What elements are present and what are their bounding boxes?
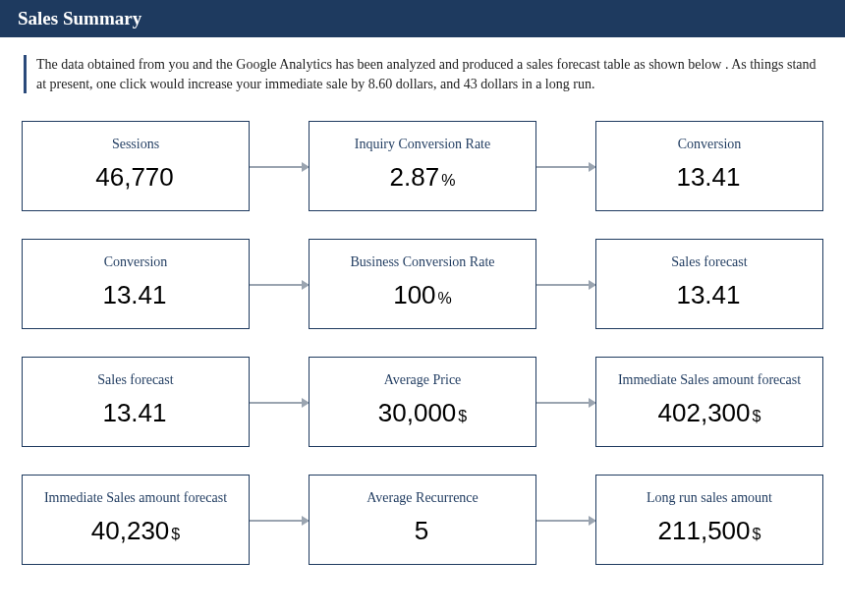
card-inquiry-conversion-rate: Inquiry Conversion Rate 2.87% xyxy=(309,121,536,211)
card-value-unit: $ xyxy=(753,408,761,425)
card-sessions: Sessions 46,770 xyxy=(22,121,250,211)
card-average-recurrence: Average Recurrence 5 xyxy=(309,475,536,565)
card-immediate-sales-forecast: Immediate Sales amount forecast 402,300$ xyxy=(595,357,823,447)
card-title: Business Conversion Rate xyxy=(315,254,530,270)
card-title: Average Recurrence xyxy=(315,490,530,506)
card-value-number: 40,230 xyxy=(91,516,170,546)
card-conversion: Conversion 13.41 xyxy=(595,121,823,211)
card-value: 5 xyxy=(315,516,530,546)
card-value-number: 13.41 xyxy=(102,398,166,428)
card-value-number: 13.41 xyxy=(102,280,166,310)
summary-description: The data obtained from you and the Googl… xyxy=(24,55,825,93)
card-sales-forecast: Sales forecast 13.41 xyxy=(595,239,823,329)
card-business-conversion-rate: Business Conversion Rate 100% xyxy=(309,239,536,329)
card-value-number: 46,770 xyxy=(95,162,174,193)
card-title: Sessions xyxy=(28,137,243,152)
page-title: Sales Summary xyxy=(18,8,141,28)
card-value: 40,230 $ xyxy=(28,516,243,546)
card-value: 211,500$ xyxy=(602,516,817,546)
card-value: 13.41 xyxy=(28,398,243,428)
card-value-unit: $ xyxy=(753,526,761,543)
card-value-number: 30,000 xyxy=(378,398,457,428)
card-value-unit: $ xyxy=(458,408,467,425)
card-value: 100% xyxy=(315,280,530,310)
card-value-number: 13.41 xyxy=(676,162,740,193)
card-title: Sales forecast xyxy=(28,372,243,388)
card-value-unit: $ xyxy=(171,526,180,543)
card-value-number: 2.87 xyxy=(390,162,440,193)
card-title: Average Price xyxy=(315,372,530,388)
card-title: Sales forecast xyxy=(602,254,817,270)
card-title: Long run sales amount xyxy=(602,490,817,506)
card-long-run-sales: Long run sales amount 211,500$ xyxy=(595,475,823,565)
card-value: 30,000$ xyxy=(315,398,530,428)
card-value: 13.41 xyxy=(602,162,817,193)
card-value-unit: % xyxy=(441,172,455,190)
metrics-grid-wrap: Sessions 46,770 Inquiry Conversion Rate … xyxy=(22,121,823,565)
card-value-number: 13.41 xyxy=(676,280,740,310)
card-title: Inquiry Conversion Rate xyxy=(315,137,530,152)
card-value: 13.41 xyxy=(602,280,817,310)
page-header: Sales Summary xyxy=(0,0,845,37)
card-value: 13.41 xyxy=(28,280,243,310)
card-sales-forecast-2: Sales forecast 13.41 xyxy=(22,357,250,447)
card-title: Immediate Sales amount forecast xyxy=(602,372,817,388)
card-value-number: 5 xyxy=(415,516,428,546)
card-title: Conversion xyxy=(28,254,243,270)
card-average-price: Average Price 30,000$ xyxy=(309,357,536,447)
card-value-number: 211,500 xyxy=(658,516,751,546)
card-value-number: 402,300 xyxy=(658,398,751,428)
metrics-grid: Sessions 46,770 Inquiry Conversion Rate … xyxy=(22,121,823,565)
card-value: 2.87% xyxy=(315,162,530,193)
card-immediate-sales-forecast-2: Immediate Sales amount forecast 40,230 $ xyxy=(22,475,250,565)
card-value-unit: % xyxy=(438,290,452,308)
card-conversion-2: Conversion 13.41 xyxy=(22,239,250,329)
card-value: 46,770 xyxy=(28,162,243,193)
card-value: 402,300$ xyxy=(602,398,817,428)
card-value-number: 100 xyxy=(393,280,435,310)
card-title: Immediate Sales amount forecast xyxy=(28,490,243,506)
card-title: Conversion xyxy=(602,137,817,152)
